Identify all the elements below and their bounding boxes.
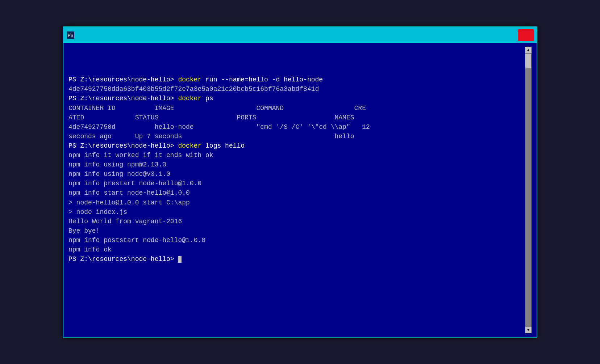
terminal-line: 4de74927750dda63bf403b55d2f72e7a3e5a0a21…	[68, 84, 525, 94]
terminal-line: npm info poststart node-hello@1.0.0	[68, 236, 525, 245]
minimize-button[interactable]	[484, 29, 500, 41]
terminal-line: PS Z:\resources\node-hello> docker run -…	[68, 75, 525, 84]
scrollbar-thumb[interactable]	[525, 54, 531, 68]
title-bar-left: PS	[66, 31, 78, 39]
terminal-line: Hello World from vagrant-2016	[68, 217, 525, 226]
terminal-line: seconds ago Up 7 seconds hello	[68, 132, 525, 141]
terminal-line: npm info start node-hello@1.0.0	[68, 188, 525, 198]
title-bar: PS	[63, 27, 537, 43]
terminal-content[interactable]: PS Z:\resources\node-hello> docker run -…	[68, 47, 525, 333]
terminal-line: npm info ok	[68, 245, 525, 254]
scroll-down-arrow[interactable]: ▼	[525, 327, 532, 333]
window-controls	[484, 29, 534, 41]
maximize-button[interactable]	[501, 29, 517, 41]
terminal-line: > node index.js	[68, 207, 525, 217]
close-button[interactable]	[518, 29, 534, 41]
scroll-up-arrow[interactable]: ▲	[525, 47, 532, 53]
terminal-line: PS Z:\resources\node-hello>	[68, 254, 525, 264]
terminal-line: PS Z:\resources\node-hello> docker logs …	[68, 141, 525, 151]
terminal-body: PS Z:\resources\node-hello> docker run -…	[63, 43, 537, 337]
svg-text:PS: PS	[68, 33, 73, 38]
terminal-line: npm info it worked if it ends with ok	[68, 151, 525, 160]
powershell-window: PS PS Z:\resources\node-hello> docker ru…	[63, 26, 537, 338]
powershell-icon: PS	[66, 31, 75, 39]
terminal-line: npm info using node@v3.1.0	[68, 169, 525, 179]
terminal-line: CONTAINER ID IMAGE COMMAND CRE	[68, 103, 525, 113]
terminal-line: Bye bye!	[68, 226, 525, 236]
terminal-line: > node-hello@1.0.0 start C:\app	[68, 198, 525, 207]
terminal-line: npm info prestart node-hello@1.0.0	[68, 179, 525, 188]
terminal-line: 4de74927750d hello-node "cmd '/S /C' '\"…	[68, 122, 525, 132]
terminal-line: npm info using npm@2.13.3	[68, 160, 525, 169]
terminal-line: PS Z:\resources\node-hello> docker ps	[68, 94, 525, 103]
scrollbar-track	[525, 53, 532, 327]
scrollbar[interactable]: ▲ ▼	[525, 47, 532, 333]
terminal-line: ATED STATUS PORTS NAMES	[68, 113, 525, 122]
